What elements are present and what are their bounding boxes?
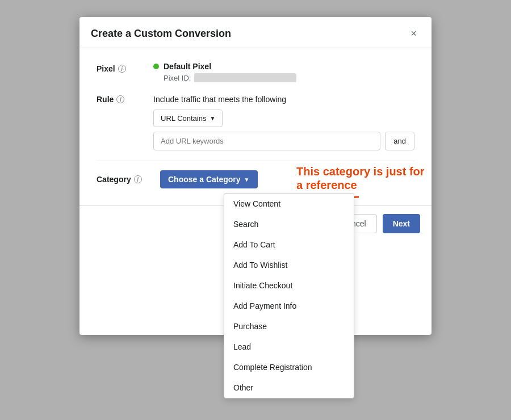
rule-description: Include traffic that meets the following <box>153 93 414 104</box>
dropdown-item-view-content[interactable]: View Content <box>224 194 354 214</box>
pixel-id-label: Pixel ID: <box>164 74 191 82</box>
url-keywords-input[interactable] <box>153 132 380 150</box>
url-contains-dropdown[interactable]: URL Contains ▼ <box>153 110 223 127</box>
url-contains-row: URL Contains ▼ <box>153 110 414 127</box>
pixel-row: Pixel i Default Pixel Pixel ID: <box>97 62 414 82</box>
rule-content: Include traffic that meets the following… <box>153 93 414 150</box>
choose-category-button[interactable]: Choose a Category ▼ <box>160 170 258 188</box>
rule-row: Rule i Include traffic that meets the fo… <box>97 93 414 150</box>
dropdown-item-purchase[interactable]: Purchase <box>224 316 354 337</box>
dropdown-item-initiate-checkout[interactable]: Initiate Checkout <box>224 275 354 296</box>
modal-body: Pixel i Default Pixel Pixel ID: Rule i <box>79 48 432 200</box>
dropdown-item-add-to-wishlist[interactable]: Add To Wishlist <box>224 255 354 275</box>
category-row: Category i Choose a Category ▼ View Cont… <box>97 170 414 188</box>
category-label: Category i <box>97 170 153 184</box>
category-dropdown-arrow-icon: ▼ <box>244 177 250 183</box>
category-info-icon[interactable]: i <box>134 175 142 183</box>
section-divider <box>97 161 414 161</box>
dropdown-item-other[interactable]: Other <box>224 377 354 398</box>
rule-info-icon[interactable]: i <box>116 95 124 103</box>
category-dropdown-menu: View Content Search Add To Cart Add To W… <box>224 193 354 398</box>
pixel-content: Default Pixel Pixel ID: <box>153 62 414 82</box>
url-keywords-row: and <box>153 132 414 150</box>
modal-title: Create a Custom Conversion <box>91 28 231 40</box>
annotation-text: This category is just for a reference <box>296 165 427 192</box>
dropdown-item-complete-registration[interactable]: Complete Registration <box>224 357 354 377</box>
pixel-status-dot <box>153 64 159 69</box>
rule-label: Rule i <box>97 93 153 104</box>
pixel-label: Pixel i <box>97 62 153 73</box>
pixel-id-row: Pixel ID: <box>164 73 414 82</box>
url-dropdown-arrow-icon: ▼ <box>210 115 215 121</box>
dropdown-item-search[interactable]: Search <box>224 214 354 234</box>
pixel-name: Default Pixel <box>164 62 211 71</box>
and-button[interactable]: and <box>385 132 414 150</box>
dropdown-item-lead[interactable]: Lead <box>224 337 354 357</box>
category-content: Choose a Category ▼ View Content Search … <box>160 170 414 188</box>
next-button[interactable]: Next <box>383 214 420 233</box>
close-button[interactable]: × <box>407 27 420 40</box>
pixel-info-icon[interactable]: i <box>118 65 126 73</box>
pixel-id-value <box>194 73 296 82</box>
dropdown-item-add-payment-info[interactable]: Add Payment Info <box>224 296 354 316</box>
create-custom-conversion-modal: Create a Custom Conversion × Pixel i Def… <box>79 17 432 335</box>
dropdown-item-add-to-cart[interactable]: Add To Cart <box>224 234 354 255</box>
pixel-name-row: Default Pixel <box>153 62 414 71</box>
modal-header: Create a Custom Conversion × <box>79 17 432 48</box>
